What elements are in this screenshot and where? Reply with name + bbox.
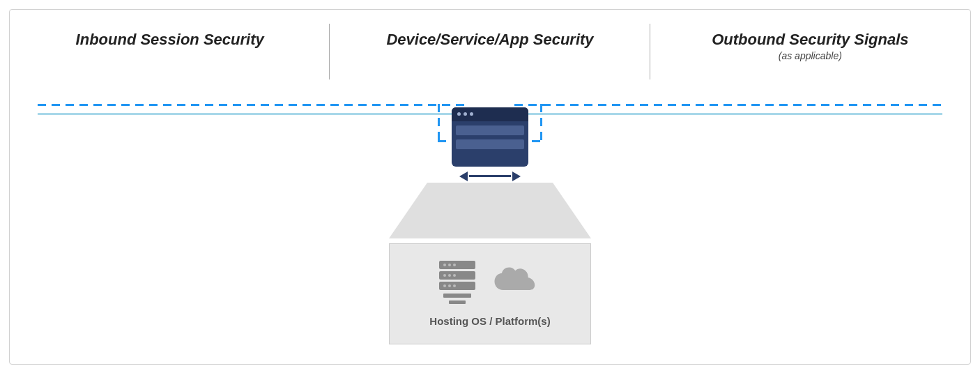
diagram-container: Inbound Session Security Device/Service/… xyxy=(9,9,971,365)
server-dot xyxy=(448,274,451,277)
server-dot xyxy=(448,264,451,266)
hosting-icons-row xyxy=(439,261,541,304)
server-dot xyxy=(453,264,456,266)
server-stack-icon xyxy=(439,261,475,304)
server-dot xyxy=(453,284,456,287)
double-arrow xyxy=(459,172,521,181)
hosting-platform-box: Hosting OS / Platform(s) xyxy=(389,243,591,344)
server-dot xyxy=(448,284,451,287)
browser-bar-1 xyxy=(456,125,524,135)
dashed-line-down-right xyxy=(540,104,542,142)
server-dot xyxy=(443,284,446,287)
server-pedestal xyxy=(449,300,466,304)
dashed-line-left xyxy=(38,104,466,106)
browser-bar-2 xyxy=(456,139,524,149)
browser-titlebar xyxy=(452,107,528,121)
dashed-line-right xyxy=(514,104,942,106)
inbound-title: Inbound Session Security xyxy=(10,31,330,49)
svg-marker-0 xyxy=(389,183,591,238)
cloud-icon xyxy=(492,266,541,298)
server-base xyxy=(443,294,471,298)
headers-row: Inbound Session Security Device/Service/… xyxy=(10,31,970,61)
server-dot xyxy=(443,274,446,277)
funnel-shape xyxy=(389,183,591,238)
device-title: Device/Service/App Security xyxy=(330,31,650,49)
browser-body xyxy=(452,121,528,153)
outbound-title: Outbound Security Signals xyxy=(650,31,970,49)
dashed-line-down-left xyxy=(438,104,440,142)
arrowhead-right-icon xyxy=(512,172,521,181)
server-unit-3 xyxy=(439,282,475,290)
arrowhead-left-icon xyxy=(459,172,468,181)
server-unit-2 xyxy=(439,271,475,280)
browser-dot-3 xyxy=(470,112,473,116)
header-inbound: Inbound Session Security xyxy=(10,31,330,61)
server-dot xyxy=(453,274,456,277)
server-dot xyxy=(443,264,446,266)
header-device: Device/Service/App Security xyxy=(330,31,650,61)
arrow-line xyxy=(469,175,511,177)
server-unit-1 xyxy=(439,261,475,269)
browser-dot-2 xyxy=(464,112,467,116)
hosting-label: Hosting OS / Platform(s) xyxy=(429,315,550,327)
outbound-subtitle: (as applicable) xyxy=(650,50,970,61)
hosting-inner: Hosting OS / Platform(s) xyxy=(389,243,591,344)
browser-dot-1 xyxy=(457,112,461,116)
browser-app-icon xyxy=(452,107,528,167)
header-outbound: Outbound Security Signals (as applicable… xyxy=(650,31,970,61)
